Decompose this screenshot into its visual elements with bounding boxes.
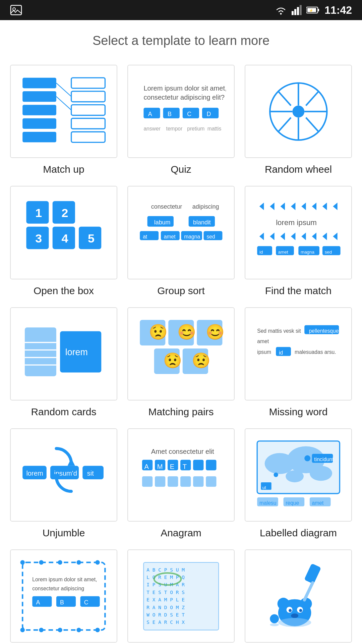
svg-point-173 — [39, 560, 43, 565]
main-content: Select a template to learn more — [0, 20, 362, 644]
svg-text:ipsum: ipsum — [257, 349, 271, 355]
template-card-labelled-diagram[interactable]: tincidunt ut malesu reque amet Labelled … — [245, 428, 352, 539]
svg-text:B: B — [168, 111, 172, 117]
svg-line-22 — [56, 96, 71, 110]
svg-text:sed: sed — [206, 234, 215, 239]
svg-text:Lorem ipsum dolor sit amet,: Lorem ipsum dolor sit amet, — [143, 84, 226, 92]
svg-marker-72 — [270, 203, 274, 210]
svg-rect-6 — [300, 5, 302, 15]
svg-point-199 — [291, 613, 298, 618]
template-card-random-wheel[interactable]: Random wheel — [245, 65, 352, 176]
status-left — [10, 4, 22, 16]
svg-text:5: 5 — [88, 231, 95, 245]
card-image-group-sort: consectetur adipiscing labum blandit at … — [127, 186, 235, 279]
card-image-find-the-match: lorem ipsum id amet magna — [245, 186, 352, 279]
svg-marker-82 — [280, 232, 285, 240]
group-sort-svg: consectetur adipiscing labum blandit at … — [136, 194, 226, 272]
svg-text:R A N D O M Z: R A N D O M Z — [146, 604, 185, 610]
unjumble-svg: lorem ipsum'd sit — [19, 436, 109, 514]
svg-text:at: at — [143, 234, 147, 239]
template-card-random-cards[interactable]: lorem Random cards — [10, 307, 117, 418]
svg-point-180 — [76, 628, 81, 632]
svg-text:😟: 😟 — [149, 323, 168, 341]
svg-text:pellentesque: pellentesque — [309, 328, 339, 334]
svg-text:T E S T O R S: T E S T O R S — [146, 589, 185, 595]
card-label-missing-word: Missing word — [269, 405, 327, 418]
svg-marker-84 — [301, 232, 306, 240]
svg-marker-86 — [322, 232, 327, 240]
svg-marker-78 — [333, 203, 337, 210]
template-card-gameshow-quiz[interactable]: Lorem ipsum dolor sit amet, consectetur … — [10, 549, 117, 644]
missing-word-svg: Sed mattis vesk sit pellentesque amet ip… — [253, 315, 344, 393]
template-card-quiz[interactable]: Lorem ipsum dolor sit amet, consectetur … — [127, 65, 235, 176]
template-card-whack-a-mole[interactable]: Whack-a-mole — [245, 549, 352, 644]
svg-text:magna: magna — [301, 250, 315, 255]
svg-text:A: A — [148, 111, 152, 117]
card-image-unjumble: lorem ipsum'd sit — [10, 428, 117, 522]
photo-icon — [10, 4, 22, 16]
card-label-random-cards: Random cards — [31, 405, 96, 418]
svg-text:tempor: tempor — [166, 125, 182, 131]
svg-line-45 — [306, 91, 318, 106]
labelled-diagram-svg: tincidunt ut malesu reque amet — [253, 436, 344, 514]
card-image-random-wheel — [245, 65, 352, 158]
svg-rect-16 — [71, 77, 105, 88]
svg-text:S E A R C H X: S E A R C H X — [146, 620, 185, 625]
template-card-wordsearch[interactable]: /* inline script not allowed here */ A B… — [127, 549, 235, 644]
card-image-matching-pairs: 😟 😊 😊 😟 😟 — [127, 307, 235, 400]
template-card-open-the-box[interactable]: 1 2 3 4 5 Open the box — [10, 186, 117, 297]
svg-rect-168 — [56, 596, 76, 606]
card-label-labelled-diagram: Labelled diagram — [260, 526, 337, 539]
svg-text:Lorem ipsum dolor sit amet,: Lorem ipsum dolor sit amet, — [32, 576, 97, 582]
svg-line-46 — [278, 117, 291, 132]
card-label-open-the-box: Open the box — [34, 284, 94, 297]
svg-rect-141 — [155, 476, 165, 487]
card-label-quiz: Quiz — [171, 163, 191, 176]
svg-line-202 — [304, 583, 313, 600]
svg-point-154 — [274, 473, 278, 477]
template-card-group-sort[interactable]: consectetur adipiscing labum blandit at … — [127, 186, 235, 297]
svg-text:A: A — [36, 599, 40, 606]
svg-text:pretium: pretium — [187, 125, 204, 131]
card-label-match-up: Match up — [43, 163, 84, 176]
wifi-icon — [275, 5, 287, 15]
status-bar: ⚡ 11:42 — [0, 0, 362, 20]
template-card-find-the-match[interactable]: lorem ipsum id amet magna — [245, 186, 352, 297]
svg-line-44 — [306, 117, 318, 132]
svg-text:lorem: lorem — [26, 470, 43, 477]
svg-text:B: B — [60, 599, 64, 606]
card-image-wordsearch: /* inline script not allowed here */ A B… — [127, 549, 235, 643]
svg-rect-14 — [22, 118, 56, 128]
template-card-missing-word[interactable]: Sed mattis vesk sit pellentesque amet ip… — [245, 307, 352, 418]
card-image-anagram: Amet consectetur elit A M E T — [127, 428, 235, 522]
svg-rect-11 — [22, 77, 56, 88]
svg-rect-138 — [193, 460, 203, 470]
svg-rect-170 — [80, 596, 100, 606]
svg-text:id: id — [259, 250, 263, 255]
match-up-svg — [19, 72, 109, 151]
svg-text:labum: labum — [154, 219, 170, 226]
svg-text:consectetur adipiscing: consectetur adipiscing — [32, 585, 84, 591]
svg-text:amet: amet — [257, 338, 269, 344]
card-label-matching-pairs: Matching pairs — [148, 405, 214, 418]
template-card-match-up[interactable]: Match up — [10, 65, 117, 176]
template-card-matching-pairs[interactable]: 😟 😊 😊 😟 😟 Matching pairs — [127, 307, 235, 418]
svg-rect-5 — [297, 7, 299, 15]
svg-text:amet: amet — [312, 500, 323, 506]
svg-rect-166 — [32, 596, 52, 606]
svg-marker-87 — [333, 232, 337, 240]
status-time: 11:42 — [324, 4, 352, 16]
random-cards-svg: lorem — [19, 315, 109, 393]
template-card-anagram[interactable]: Amet consectetur elit A M E T — [127, 428, 235, 539]
svg-point-203 — [270, 614, 279, 623]
svg-rect-18 — [71, 105, 105, 115]
svg-rect-145 — [206, 476, 216, 487]
svg-rect-13 — [22, 105, 56, 115]
svg-point-151 — [304, 455, 310, 462]
template-card-unjumble[interactable]: lorem ipsum'd sit Unjumble — [10, 428, 117, 539]
whack-a-mole-svg — [253, 557, 344, 635]
svg-text:1: 1 — [35, 206, 42, 219]
battery-icon: ⚡ — [306, 6, 320, 14]
svg-text:W O R D S E T: W O R D S E T — [146, 612, 185, 618]
svg-marker-127 — [67, 459, 75, 466]
